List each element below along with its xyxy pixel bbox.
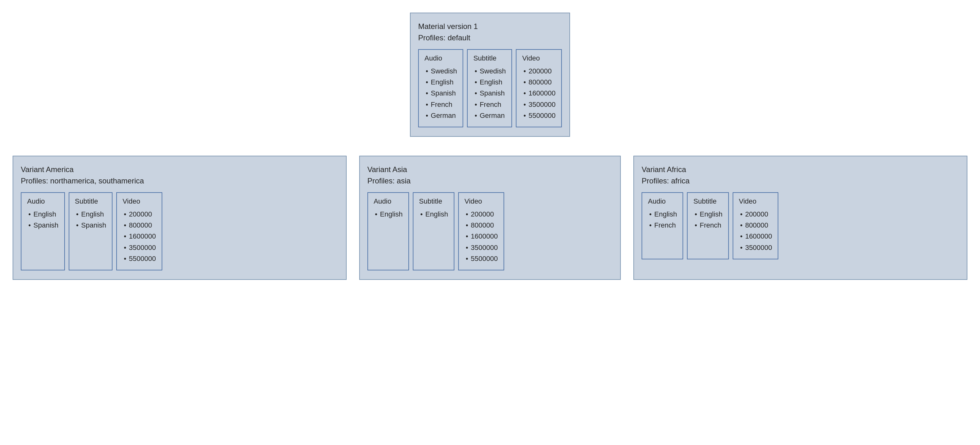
variant-america-video-box: Video 200000 800000 1600000 3500000 5500… [116,192,162,270]
material-audio-label: Audio [425,54,457,62]
variant-africa-tracks: Audio English French Subtitle English Fr… [641,192,959,259]
variant-asia-video-box: Video 200000 800000 1600000 3500000 5500… [458,192,504,270]
variant-america-tracks: Audio English Spanish Subtitle English S… [21,192,339,270]
list-item: English [425,76,457,87]
variant-america-subtitle-box: Subtitle English Spanish [69,192,113,270]
list-item: Swedish [473,65,506,76]
material-title: Material version 1 Profiles: default [418,21,562,43]
list-item: 200000 [465,209,498,220]
variant-asia-box: Variant Asia Profiles: asia Audio Englis… [359,156,621,280]
list-item: Spanish [27,220,59,231]
variant-asia-video-list: 200000 800000 1600000 3500000 5500000 [465,209,498,264]
variant-africa-video-label: Video [739,197,772,205]
list-item: 3500000 [522,99,555,110]
variant-asia-audio-label: Audio [374,197,403,205]
variant-america-video-list: 200000 800000 1600000 3500000 5500000 [123,209,156,264]
variant-asia-subtitle-list: English [419,209,448,220]
material-video-label: Video [522,54,555,62]
variant-asia-subtitle-label: Subtitle [419,197,448,205]
variant-america-audio-box: Audio English Spanish [21,192,65,270]
list-item: 800000 [522,76,555,87]
variant-asia-subtitle-box: Subtitle English [413,192,454,270]
list-item: 5500000 [522,110,555,121]
material-audio-list: Swedish English Spanish French German [425,65,457,121]
list-item: Spanish [473,87,506,99]
material-box: Material version 1 Profiles: default Aud… [410,13,570,137]
list-item: 3500000 [465,242,498,253]
list-item: 200000 [739,209,772,220]
variant-america-video-label: Video [123,197,156,205]
list-item: English [75,209,107,220]
material-subtitle-list: Swedish English Spanish French German [473,65,506,121]
list-item: English [473,76,506,87]
variant-asia-audio-list: English [374,209,403,220]
list-item: 200000 [522,65,555,76]
variant-america-audio-list: English Spanish [27,209,59,231]
variant-africa-video-box: Video 200000 800000 1600000 3500000 [733,192,779,259]
list-item: English [419,209,448,220]
list-item: 200000 [123,209,156,220]
list-item: 1600000 [522,87,555,99]
list-item: 1600000 [739,231,772,242]
list-item: English [27,209,59,220]
list-item: 800000 [465,220,498,231]
list-item: 3500000 [123,242,156,253]
variant-asia-tracks: Audio English Subtitle English Video 200… [368,192,613,270]
variant-africa-subtitle-box: Subtitle English French [687,192,729,259]
list-item: 800000 [123,220,156,231]
list-item: Spanish [425,87,457,99]
list-item: 5500000 [123,253,156,264]
variant-africa-audio-box: Audio English French [641,192,683,259]
variant-america-subtitle-label: Subtitle [75,197,107,205]
list-item: German [425,110,457,121]
variant-america-audio-label: Audio [27,197,59,205]
variant-asia-video-label: Video [465,197,498,205]
variant-africa-audio-list: English French [648,209,677,231]
list-item: French [473,99,506,110]
material-audio-box: Audio Swedish English Spanish French Ger… [418,49,463,127]
variant-asia-audio-box: Audio English [368,192,409,270]
list-item: 1600000 [123,231,156,242]
list-item: French [425,99,457,110]
list-item: 5500000 [465,253,498,264]
material-subtitle-box: Subtitle Swedish English Spanish French … [467,49,512,127]
variant-africa-box: Variant Africa Profiles: africa Audio En… [633,156,967,280]
variant-africa-video-list: 200000 800000 1600000 3500000 [739,209,772,253]
variant-america-subtitle-list: English Spanish [75,209,107,231]
list-item: French [693,220,722,231]
variant-africa-subtitle-label: Subtitle [693,197,722,205]
list-item: Spanish [75,220,107,231]
variant-africa-audio-label: Audio [648,197,677,205]
variant-africa-title: Variant Africa Profiles: africa [641,164,959,187]
list-item: English [374,209,403,220]
material-video-list: 200000 800000 1600000 3500000 5500000 [522,65,555,121]
list-item: German [473,110,506,121]
list-item: 3500000 [739,242,772,253]
page-layout: Material version 1 Profiles: default Aud… [13,13,967,280]
list-item: 800000 [739,220,772,231]
variant-america-title: Variant America Profiles: northamerica, … [21,164,339,187]
variants-row: Variant America Profiles: northamerica, … [13,156,967,280]
list-item: English [693,209,722,220]
list-item: French [648,220,677,231]
material-subtitle-label: Subtitle [473,54,506,62]
list-item: Swedish [425,65,457,76]
variant-america-box: Variant America Profiles: northamerica, … [13,156,347,280]
variant-africa-subtitle-list: English French [693,209,722,231]
list-item: 1600000 [465,231,498,242]
material-video-box: Video 200000 800000 1600000 3500000 5500… [516,49,562,127]
variant-asia-title: Variant Asia Profiles: asia [368,164,613,187]
material-tracks-row: Audio Swedish English Spanish French Ger… [418,49,562,127]
list-item: English [648,209,677,220]
